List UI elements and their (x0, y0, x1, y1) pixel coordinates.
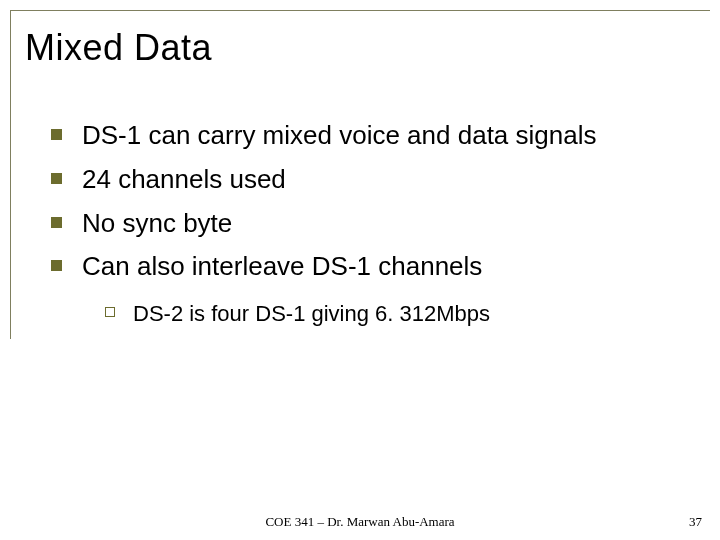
bullet-item: No sync byte (51, 207, 680, 241)
page-number: 37 (689, 514, 702, 530)
footer-author: COE 341 – Dr. Marwan Abu-Amara (0, 514, 720, 530)
sub-bullet-text: DS-2 is four DS-1 giving 6. 312Mbps (133, 300, 490, 329)
bullet-item: 24 channels used (51, 163, 680, 197)
square-bullet-icon (51, 260, 62, 271)
bullet-text: No sync byte (82, 207, 232, 241)
hollow-square-bullet-icon (105, 307, 115, 317)
bullet-item: Can also interleave DS-1 channels (51, 250, 680, 284)
bullet-text: DS-1 can carry mixed voice and data sign… (82, 119, 596, 153)
slide-title: Mixed Data (11, 11, 710, 89)
square-bullet-icon (51, 129, 62, 140)
bullet-text: 24 channels used (82, 163, 286, 197)
square-bullet-icon (51, 173, 62, 184)
slide-content: DS-1 can carry mixed voice and data sign… (11, 89, 710, 329)
bullet-text: Can also interleave DS-1 channels (82, 250, 482, 284)
square-bullet-icon (51, 217, 62, 228)
bullet-item: DS-1 can carry mixed voice and data sign… (51, 119, 680, 153)
slide-frame: Mixed Data DS-1 can carry mixed voice an… (10, 10, 710, 339)
sub-bullet-item: DS-2 is four DS-1 giving 6. 312Mbps (105, 300, 680, 329)
